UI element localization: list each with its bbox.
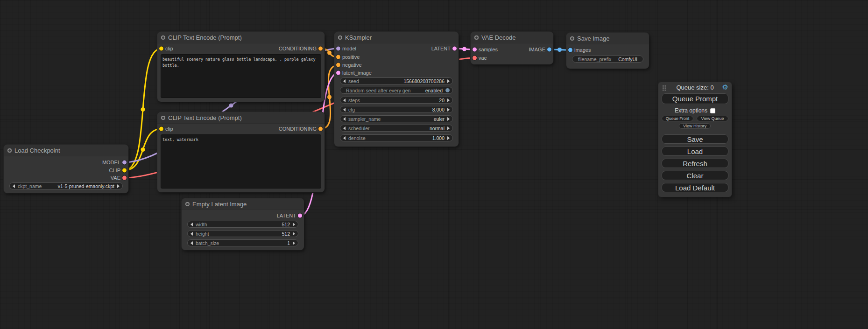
decrement-arrow-icon[interactable] bbox=[191, 232, 193, 236]
increment-arrow-icon[interactable] bbox=[447, 136, 450, 140]
negative-prompt-textarea[interactable]: text, watermark bbox=[161, 134, 321, 189]
widget-value: v1-5-pruned-emaonly.ckpt bbox=[58, 183, 114, 189]
decrement-arrow-icon[interactable] bbox=[343, 136, 346, 140]
clip-input-dot[interactable] bbox=[159, 127, 163, 131]
save-button[interactable]: Save bbox=[662, 134, 728, 144]
widget-label: filename_prefix bbox=[578, 56, 611, 62]
decrement-arrow-icon[interactable] bbox=[13, 184, 15, 188]
images-input-dot[interactable] bbox=[568, 48, 572, 52]
slot-label: VAE bbox=[111, 175, 120, 181]
conditioning-output-dot[interactable] bbox=[318, 47, 323, 51]
node-clip-text-encode-negative[interactable]: CLIP Text Encode (Prompt) clip CONDITION… bbox=[157, 112, 325, 192]
menu-header: Queue size: 0 ⚙ bbox=[658, 84, 732, 92]
decrement-arrow-icon[interactable] bbox=[343, 117, 346, 121]
node-load-checkpoint[interactable]: Load Checkpoint MODEL CLIP VAE ckpt_name… bbox=[4, 145, 128, 193]
input-slot-images: images bbox=[566, 47, 591, 53]
filename-prefix-widget[interactable]: filename_prefix ComfyUI bbox=[572, 56, 643, 63]
node-status-dot-icon[interactable] bbox=[161, 35, 165, 40]
toggle-on-dot[interactable] bbox=[445, 88, 450, 92]
ckpt-name-widget[interactable]: ckpt_name v1-5-pruned-emaonly.ckpt bbox=[9, 182, 123, 189]
increment-arrow-icon[interactable] bbox=[447, 117, 450, 121]
node-status-dot-icon[interactable] bbox=[161, 116, 165, 120]
width-widget[interactable]: width 512 bbox=[187, 221, 298, 228]
settings-gear-icon[interactable]: ⚙ bbox=[722, 83, 728, 91]
samples-input-dot[interactable] bbox=[473, 48, 477, 52]
output-slot-latent: LATENT bbox=[277, 212, 304, 219]
decrement-arrow-icon[interactable] bbox=[343, 98, 346, 102]
node-title-bar[interactable]: Load Checkpoint bbox=[4, 145, 128, 156]
slot-label: images bbox=[574, 47, 591, 53]
node-save-image[interactable]: Save Image images filename_prefix ComfyU… bbox=[566, 33, 649, 69]
seed-widget[interactable]: seed 156680208700286 bbox=[340, 77, 453, 84]
queue-front-button[interactable]: Queue Front bbox=[662, 116, 693, 121]
load-button[interactable]: Load bbox=[662, 147, 728, 156]
extra-options-checkbox[interactable] bbox=[710, 108, 715, 113]
link-midpoint-dot bbox=[327, 95, 332, 99]
increment-arrow-icon[interactable] bbox=[447, 98, 450, 102]
node-status-dot-icon[interactable] bbox=[474, 35, 479, 40]
increment-arrow-icon[interactable] bbox=[293, 223, 295, 226]
decrement-arrow-icon[interactable] bbox=[343, 126, 346, 130]
denoise-widget[interactable]: denoise 1.000 bbox=[340, 134, 453, 141]
image-output-dot[interactable] bbox=[547, 48, 551, 52]
clip-input-dot[interactable] bbox=[159, 47, 163, 51]
node-vae-decode[interactable]: VAE Decode samples vae IMAGE bbox=[471, 32, 553, 64]
queue-prompt-button[interactable]: Queue Prompt bbox=[662, 93, 728, 104]
node-status-dot-icon[interactable] bbox=[7, 148, 12, 153]
widget-label: steps bbox=[348, 98, 360, 103]
height-widget[interactable]: height 512 bbox=[187, 230, 298, 237]
node-status-dot-icon[interactable] bbox=[570, 36, 574, 41]
widget-label: batch_size bbox=[196, 240, 219, 246]
vae-output-dot[interactable] bbox=[122, 176, 127, 180]
sampler-name-widget[interactable]: sampler_name euler bbox=[340, 115, 453, 122]
node-ksampler[interactable]: KSampler model positive negative latent_… bbox=[334, 32, 459, 147]
model-output-dot[interactable] bbox=[122, 161, 127, 165]
increment-arrow-icon[interactable] bbox=[293, 241, 295, 245]
node-title-bar[interactable]: Empty Latent Image bbox=[182, 198, 304, 210]
node-clip-text-encode-positive[interactable]: CLIP Text Encode (Prompt) clip CONDITION… bbox=[157, 32, 325, 102]
output-slot-conditioning: CONDITIONING bbox=[279, 45, 325, 52]
latent-output-dot[interactable] bbox=[452, 47, 457, 51]
node-title-bar[interactable]: CLIP Text Encode (Prompt) bbox=[157, 32, 325, 43]
node-title-bar[interactable]: KSampler bbox=[334, 32, 459, 43]
increment-arrow-icon[interactable] bbox=[447, 79, 450, 83]
positive-input-dot[interactable] bbox=[336, 55, 340, 59]
slot-label: latent_image bbox=[342, 70, 372, 76]
vae-input-dot[interactable] bbox=[473, 56, 477, 60]
widget-value: euler bbox=[434, 116, 445, 122]
decrement-arrow-icon[interactable] bbox=[343, 108, 346, 112]
load-default-button[interactable]: Load Default bbox=[662, 183, 728, 192]
decrement-arrow-icon[interactable] bbox=[343, 79, 346, 83]
negative-input-dot[interactable] bbox=[336, 63, 340, 67]
random-seed-toggle-widget[interactable]: Random seed after every gen enabled bbox=[340, 87, 453, 94]
conditioning-output-dot[interactable] bbox=[318, 127, 323, 131]
decrement-arrow-icon[interactable] bbox=[191, 223, 193, 226]
node-title-bar[interactable]: Save Image bbox=[566, 33, 649, 44]
scheduler-widget[interactable]: scheduler normal bbox=[340, 125, 453, 132]
refresh-button[interactable]: Refresh bbox=[662, 159, 728, 168]
node-graph-canvas[interactable]: Load Checkpoint MODEL CLIP VAE ckpt_name… bbox=[0, 0, 868, 329]
node-status-dot-icon[interactable] bbox=[338, 35, 342, 40]
cfg-widget[interactable]: cfg 8.000 bbox=[340, 106, 453, 113]
latent-output-dot[interactable] bbox=[298, 214, 302, 218]
view-queue-button[interactable]: View Queue bbox=[697, 116, 728, 121]
increment-arrow-icon[interactable] bbox=[293, 232, 295, 236]
increment-arrow-icon[interactable] bbox=[447, 126, 450, 130]
increment-arrow-icon[interactable] bbox=[117, 184, 120, 188]
batch-size-widget[interactable]: batch_size 1 bbox=[187, 239, 298, 246]
node-status-dot-icon[interactable] bbox=[185, 202, 190, 206]
clear-button[interactable]: Clear bbox=[662, 171, 728, 180]
latent-image-input-dot[interactable] bbox=[336, 71, 340, 75]
view-history-button[interactable]: View History bbox=[679, 123, 711, 129]
node-empty-latent-image[interactable]: Empty Latent Image LATENT width 512 heig… bbox=[182, 198, 304, 250]
model-input-dot[interactable] bbox=[336, 47, 340, 51]
widget-value: 512 bbox=[282, 231, 290, 237]
positive-prompt-textarea[interactable]: beautiful scenery nature glass bottle la… bbox=[161, 54, 321, 98]
slot-label: model bbox=[342, 46, 356, 51]
clip-output-dot[interactable] bbox=[122, 168, 127, 173]
node-title-bar[interactable]: VAE Decode bbox=[471, 32, 553, 43]
decrement-arrow-icon[interactable] bbox=[191, 241, 193, 245]
increment-arrow-icon[interactable] bbox=[447, 108, 450, 112]
node-title-bar[interactable]: CLIP Text Encode (Prompt) bbox=[157, 112, 325, 124]
steps-widget[interactable]: steps 20 bbox=[340, 97, 453, 104]
